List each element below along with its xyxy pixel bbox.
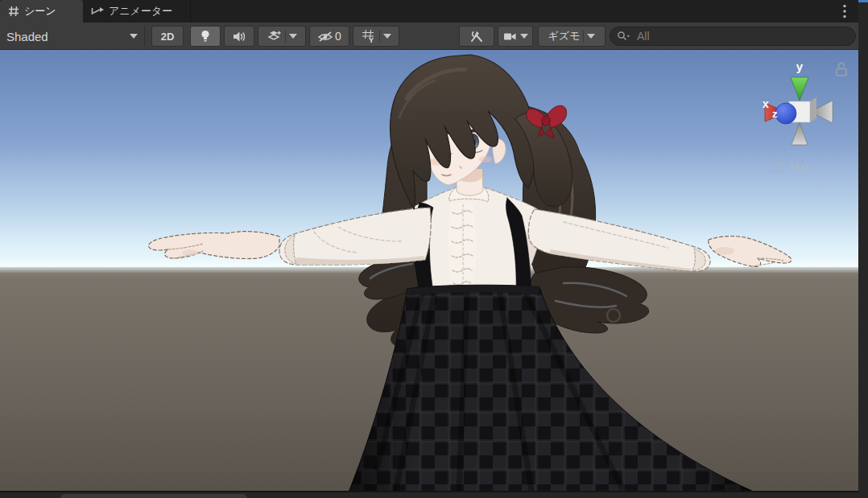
adjacent-panel-strip bbox=[858, 0, 868, 498]
chevron-down-icon bbox=[289, 34, 297, 39]
chevron-down-icon bbox=[130, 34, 138, 39]
scene-effects-dropdown[interactable] bbox=[258, 26, 306, 47]
open-padlock-icon[interactable] bbox=[834, 61, 849, 77]
lightbulb-icon bbox=[200, 30, 211, 43]
scene-audio-button[interactable] bbox=[224, 26, 254, 47]
axis-neg-y-cone[interactable] bbox=[792, 122, 808, 145]
tab-scene[interactable]: シーン bbox=[0, 0, 83, 23]
shading-mode-label: Shaded bbox=[6, 30, 48, 43]
gizmos-label: ギズモ bbox=[548, 29, 581, 43]
scene-lighting-button[interactable] bbox=[190, 26, 221, 47]
bottom-panel-edge bbox=[0, 491, 858, 498]
tab-scene-label: シーン bbox=[24, 4, 56, 19]
grid-icon bbox=[8, 6, 19, 17]
camera-settings-dropdown[interactable] bbox=[498, 26, 533, 47]
axis-y-cone[interactable] bbox=[791, 77, 808, 101]
perspective-bars-icon bbox=[771, 163, 783, 172]
panel-tab-bar: シーン アニメーター bbox=[0, 0, 858, 23]
chevron-down-icon bbox=[383, 34, 391, 39]
gizmos-dropdown[interactable]: ギズモ bbox=[538, 26, 606, 47]
grid-plane-icon: Y bbox=[362, 29, 376, 43]
blush-right bbox=[479, 156, 492, 163]
kebab-menu-icon[interactable] bbox=[837, 2, 852, 20]
partial-bottom-tab[interactable] bbox=[60, 494, 247, 498]
scene-viewport[interactable]: y x z Iso bbox=[0, 50, 858, 491]
search-input[interactable] bbox=[635, 29, 840, 43]
crossed-tools-icon bbox=[469, 30, 484, 43]
video-camera-icon bbox=[503, 31, 517, 42]
tab-animator-label: アニメーター bbox=[109, 4, 172, 19]
grid-visibility-dropdown[interactable]: Y bbox=[353, 26, 399, 47]
svg-text:Y: Y bbox=[369, 36, 374, 43]
projection-mode-toggle[interactable]: Iso bbox=[771, 159, 809, 175]
tab-animator[interactable]: アニメーター bbox=[83, 0, 191, 23]
2d-label: 2D bbox=[161, 31, 175, 43]
component-tools-button[interactable] bbox=[459, 26, 494, 47]
chevron-down-icon bbox=[520, 34, 528, 39]
animator-arrow-icon bbox=[91, 6, 104, 16]
divider bbox=[285, 30, 286, 43]
projection-label: Iso bbox=[790, 159, 809, 175]
divider bbox=[583, 30, 584, 43]
shading-mode-dropdown[interactable]: Shaded bbox=[0, 26, 145, 47]
axis-z-label: z bbox=[772, 108, 778, 120]
speaker-icon bbox=[233, 31, 246, 43]
axis-z-ball[interactable] bbox=[775, 103, 796, 124]
panel-accent-bar bbox=[858, 0, 868, 2]
scene-visibility-button[interactable]: 0 bbox=[309, 26, 349, 47]
scene-orientation-gizmo[interactable]: y x z bbox=[754, 55, 842, 154]
chevron-down-icon bbox=[587, 34, 595, 39]
hidden-count: 0 bbox=[335, 30, 341, 43]
2d-toggle-button[interactable]: 2D bbox=[151, 26, 184, 47]
effects-sparkle-icon bbox=[267, 30, 282, 43]
unity-scene-view-window: シーン アニメーター Shaded 2 bbox=[0, 0, 868, 498]
scene-view-toolbar: Shaded 2D bbox=[0, 23, 858, 50]
axis-x-label: x bbox=[763, 97, 769, 110]
divider bbox=[379, 30, 380, 43]
eye-slash-icon bbox=[317, 31, 333, 43]
axis-y-label: y bbox=[796, 60, 804, 73]
scene-search-box[interactable] bbox=[610, 27, 856, 46]
magnifier-icon bbox=[617, 31, 630, 42]
